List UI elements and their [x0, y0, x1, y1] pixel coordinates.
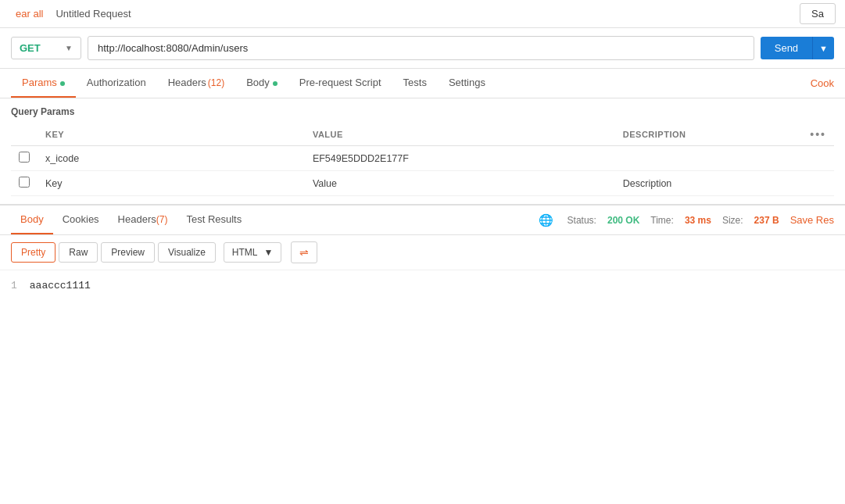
response-body-value: aaaccc1111 [30, 280, 91, 291]
save-response-button[interactable]: Save Res [790, 214, 834, 226]
method-label: GET [20, 42, 41, 54]
placeholder-key-cell[interactable]: Key [38, 171, 305, 196]
query-params-title: Query Params [11, 106, 834, 117]
table-placeholder-row: Key Value Description [11, 171, 834, 196]
status-label: Status: [568, 215, 596, 226]
resp-tab-cookies[interactable]: Cookies [53, 206, 109, 234]
placeholder-more-cell [802, 171, 834, 196]
html-type-label: HTML [232, 247, 258, 258]
resp-headers-badge: (7) [156, 214, 168, 225]
body-dot [273, 81, 277, 86]
table-row: x_icode EF549E5DDD2E177F [11, 146, 834, 171]
key-col-header: KEY [38, 123, 305, 146]
row-more-cell [802, 146, 834, 171]
size-label: Size: [722, 215, 743, 226]
clear-all-button[interactable]: ear all [9, 5, 49, 23]
format-pretty-button[interactable]: Pretty [11, 242, 55, 263]
placeholder-checkbox-cell [11, 171, 38, 196]
placeholder-checkbox[interactable] [19, 177, 30, 188]
method-selector[interactable]: GET ▼ [11, 37, 81, 59]
checkbox-col-header [11, 123, 38, 146]
line-number: 1 [11, 280, 17, 291]
chevron-down-icon: ▼ [264, 247, 274, 258]
time-label: Time: [650, 215, 674, 226]
resp-tab-test-results[interactable]: Test Results [177, 206, 251, 234]
tab-tests[interactable]: Tests [392, 69, 438, 98]
top-bar: ear all Untitled Request Sa [0, 0, 845, 28]
request-tabs: Params Authorization Headers(12) Body Pr… [0, 69, 845, 98]
response-meta: 🌐 Status: 200 OK Time: 33 ms Size: 237 B… [539, 213, 834, 227]
body-format-bar: Pretty Raw Preview Visualize HTML ▼ ⇌ [0, 235, 845, 270]
status-value: 200 OK [607, 215, 639, 226]
response-tabs-bar: Body Cookies Headers(7) Test Results 🌐 S… [0, 206, 845, 235]
cookies-link[interactable]: Cook [811, 77, 834, 89]
response-section: Body Cookies Headers(7) Test Results 🌐 S… [0, 204, 845, 301]
params-table: KEY VALUE DESCRIPTION ••• x_icode EF549E… [11, 123, 834, 196]
more-col-header: ••• [802, 123, 834, 146]
placeholder-desc-cell[interactable]: Description [615, 171, 802, 196]
tab-authorization[interactable]: Authorization [76, 69, 157, 98]
tab-body[interactable]: Body [235, 69, 288, 98]
description-col-header: DESCRIPTION [615, 123, 802, 146]
save-button[interactable]: Sa [800, 3, 836, 24]
tab-pre-request-script[interactable]: Pre-request Script [288, 69, 392, 98]
format-preview-button[interactable]: Preview [101, 242, 155, 263]
placeholder-value-cell[interactable]: Value [305, 171, 615, 196]
body-content: 1aaaccc1111 [0, 270, 845, 301]
tab-settings[interactable]: Settings [438, 69, 496, 98]
url-input[interactable] [88, 36, 754, 60]
tab-params[interactable]: Params [11, 69, 76, 98]
globe-icon[interactable]: 🌐 [539, 213, 553, 227]
tab-headers[interactable]: Headers(12) [157, 69, 235, 98]
send-dropdown-button[interactable]: ▼ [812, 37, 834, 59]
description-cell[interactable] [615, 146, 802, 171]
resp-tab-body[interactable]: Body [11, 206, 53, 234]
key-cell[interactable]: x_icode [38, 146, 305, 171]
value-col-header: VALUE [305, 123, 615, 146]
more-icon[interactable]: ••• [810, 128, 826, 141]
time-value: 33 ms [685, 215, 711, 226]
row-checkbox-cell [11, 146, 38, 171]
format-visualize-button[interactable]: Visualize [158, 242, 216, 263]
html-type-selector[interactable]: HTML ▼ [224, 242, 282, 263]
format-raw-button[interactable]: Raw [59, 242, 98, 263]
query-params-section: Query Params KEY VALUE DESCRIPTION ••• x… [0, 98, 845, 196]
chevron-down-icon: ▼ [65, 44, 73, 52]
size-value: 237 B [754, 215, 779, 226]
value-cell[interactable]: EF549E5DDD2E177F [305, 146, 615, 171]
url-bar: GET ▼ Send ▼ [0, 28, 845, 69]
row-checkbox[interactable] [19, 152, 30, 163]
send-button[interactable]: Send [761, 37, 812, 59]
request-title: Untitled Request [55, 8, 800, 20]
send-button-group: Send ▼ [761, 37, 834, 59]
headers-badge: (12) [208, 77, 224, 88]
params-dot [60, 81, 65, 86]
wrap-button[interactable]: ⇌ [291, 241, 317, 263]
resp-tab-headers[interactable]: Headers(7) [109, 206, 177, 234]
main-wrapper: Body Cookies Headers(7) Test Results 🌐 S… [0, 204, 845, 301]
